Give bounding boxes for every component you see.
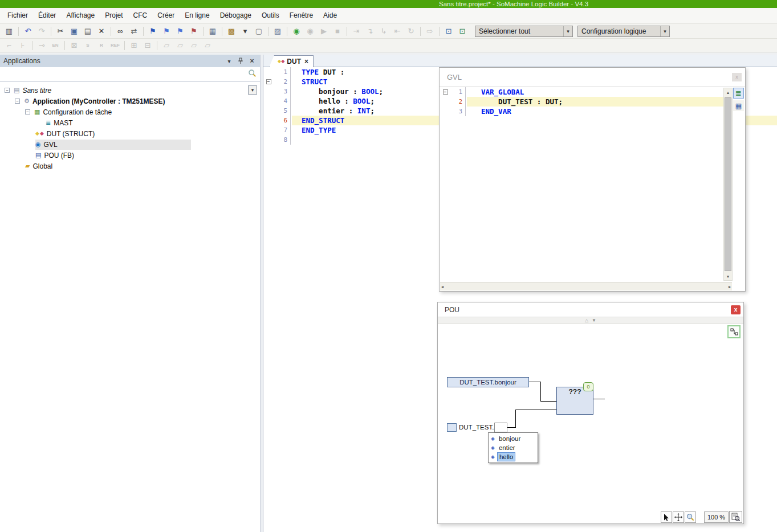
tree-collapse-icon[interactable]: − (15, 99, 20, 104)
tree-item-sans-titre[interactable]: −▤Sans titre (0, 85, 260, 96)
text-view-button[interactable]: ≣ (733, 88, 744, 99)
find-replace-icon[interactable]: ⇄ (128, 26, 140, 37)
scroll-right-icon[interactable]: ▸ (729, 284, 731, 289)
somachine-window: Sans titre.project* - SoMachine Logic Bu… (0, 0, 777, 532)
gvl-horizontal-scrollbar[interactable]: ◂ ▸ (440, 282, 732, 290)
splitter-down-icon[interactable]: ▼ (592, 318, 596, 323)
scroll-left-icon[interactable]: ◂ (441, 284, 444, 289)
tree-item-pou-fb[interactable]: ▤POU (FB) (0, 150, 260, 161)
code-text[interactable]: DUT_TEST : DUT; (467, 97, 723, 107)
search-icon[interactable] (248, 69, 257, 80)
tree-item-mast-task[interactable]: ≣MAST (0, 117, 260, 128)
new-item-icon[interactable]: ▢ (253, 26, 265, 37)
toolbar-separator (64, 41, 65, 50)
chevron-down-icon[interactable]: ▾ (660, 26, 669, 36)
tab-dut[interactable]: ◆ ◆ DUT × (269, 55, 314, 67)
code-text[interactable]: END_VAR (467, 107, 723, 116)
bookmark-prev-icon[interactable]: ⚑ (174, 26, 186, 37)
tree-item-application[interactable]: −⚙Application (MyController : TM251MESE) (0, 96, 260, 107)
device-scope-combo[interactable]: Sélectionner tout ▾ (475, 26, 573, 37)
menu-en-ligne[interactable]: En ligne (180, 8, 214, 23)
menu-aide[interactable]: Aide (318, 8, 342, 23)
toolbar-separator (143, 27, 144, 36)
gvl-vertical-scrollbar[interactable]: ▴ ▾ (723, 88, 733, 281)
bookmark-next-icon[interactable]: ⚑ (160, 26, 173, 37)
pin-icon[interactable] (236, 56, 245, 66)
gvl-declaration-editor[interactable]: −1VAR_GLOBAL2 DUT_TEST : DUT;3END_VAR (440, 87, 723, 116)
menu-affichage[interactable]: Affichage (61, 8, 100, 23)
cfc-canvas[interactable]: DUT_TEST.bonjour ??? 0 DUT_TEST. ◈bonjou… (438, 325, 743, 523)
autocomplete-item-hello[interactable]: ◈hello (489, 452, 538, 461)
monitor-add-icon[interactable]: ⊡ (456, 26, 469, 37)
cut-icon[interactable]: ✂ (54, 26, 67, 37)
scroll-up-icon[interactable]: ▴ (724, 88, 732, 96)
zoom-options-button[interactable] (729, 511, 742, 523)
zoom-tool-button[interactable] (685, 511, 696, 523)
add-object-icon[interactable]: ▩ (225, 26, 238, 37)
find-icon[interactable]: ∞ (114, 26, 127, 37)
copy-icon[interactable]: ▣ (68, 26, 80, 37)
paste-icon[interactable]: ▤ (82, 26, 94, 37)
code-line[interactable]: −1VAR_GLOBAL (440, 87, 723, 97)
cfc-operand-pin[interactable] (447, 423, 457, 432)
table-view-button[interactable]: ▦ (733, 100, 744, 111)
print-icon[interactable]: ▥ (3, 26, 15, 37)
toolbar-separator (222, 27, 222, 36)
tree-item-global-folder[interactable]: ▰Global (0, 161, 260, 171)
zoom-level-display[interactable]: 100 % (704, 511, 729, 523)
bookmark-toggle-icon[interactable]: ⚑ (147, 26, 159, 37)
add-object-arrow-icon[interactable]: ▾ (239, 26, 251, 37)
undo-icon[interactable]: ↶ (22, 26, 34, 37)
fold-margin: − (263, 77, 274, 87)
menu-fenêtre[interactable]: Fenêtre (284, 8, 318, 23)
cfc-input-block[interactable]: DUT_TEST.bonjour (447, 377, 529, 387)
menu-projet[interactable]: Projet (100, 8, 128, 23)
autocomplete-item-bonjour[interactable]: ◈bonjour (489, 434, 538, 443)
gvl-window-titlebar[interactable]: GVL x (440, 68, 745, 87)
pan-button[interactable] (673, 511, 684, 523)
fold-collapse-icon[interactable]: − (443, 89, 448, 95)
menu-cfc[interactable]: CFC (128, 8, 153, 23)
pou-window-titlebar[interactable]: POU x (438, 302, 743, 317)
tree-collapse-icon[interactable]: − (5, 88, 10, 93)
keyword-token: BOOL (353, 97, 370, 105)
scroll-down-icon[interactable]: ▾ (724, 272, 732, 280)
select-cursor-button[interactable] (661, 511, 672, 523)
bookmark-clear-icon[interactable]: ⚑ (188, 26, 200, 37)
pou-close-button[interactable]: x (731, 305, 741, 314)
tree-item-gvl[interactable]: ◉GVL (0, 139, 260, 150)
gvl-close-icon[interactable]: x (732, 73, 742, 81)
route-icon (730, 328, 738, 336)
splitter-up-icon[interactable]: △ (585, 318, 588, 323)
menu-créer[interactable]: Créer (152, 8, 180, 23)
menu-outils[interactable]: Outils (257, 8, 284, 23)
delete-icon[interactable]: ✕ (95, 26, 108, 37)
autocomplete-item-entier[interactable]: ◈entier (489, 443, 538, 452)
declaration-splitter[interactable]: △ ▼ (438, 317, 743, 324)
text-view-icon: ≣ (735, 89, 742, 97)
panel-menu-chevron-icon[interactable]: ▾ (225, 56, 234, 66)
tab-close-icon[interactable]: × (304, 58, 308, 66)
tree-item-task-configuration[interactable]: −▦Configuration de tâche (0, 107, 260, 117)
tree-item-dut-struct[interactable]: ◆◆DUT (STRUCT) (0, 128, 260, 139)
tree-search-input[interactable] (3, 69, 248, 80)
library-manager-icon[interactable]: ▨ (271, 26, 284, 37)
tree-collapse-icon[interactable]: − (25, 109, 30, 114)
scrollbar-thumb[interactable] (725, 97, 731, 271)
menu-fichier[interactable]: Fichier (2, 8, 33, 23)
code-text[interactable]: VAR_GLOBAL (467, 87, 723, 97)
code-line[interactable]: 2 DUT_TEST : DUT; (440, 97, 723, 107)
code-line[interactable]: 3END_VAR (440, 107, 723, 116)
auto-route-button[interactable] (727, 325, 741, 338)
chevron-down-icon[interactable]: ▾ (563, 26, 572, 36)
menu-éditer[interactable]: Éditer (33, 8, 61, 23)
monitor-config-icon[interactable]: ⊡ (442, 26, 455, 37)
login-icon[interactable]: ◉ (290, 26, 303, 37)
cfc-operand-edit-field[interactable] (494, 423, 507, 432)
configuration-combo[interactable]: Configuration logique ▾ (577, 26, 670, 37)
close-icon[interactable]: × (247, 56, 257, 66)
fold-collapse-icon[interactable]: − (266, 79, 271, 84)
fold-margin (263, 67, 274, 77)
paste-special-icon[interactable]: ▦ (206, 26, 219, 37)
menu-débogage[interactable]: Débogage (215, 8, 257, 23)
